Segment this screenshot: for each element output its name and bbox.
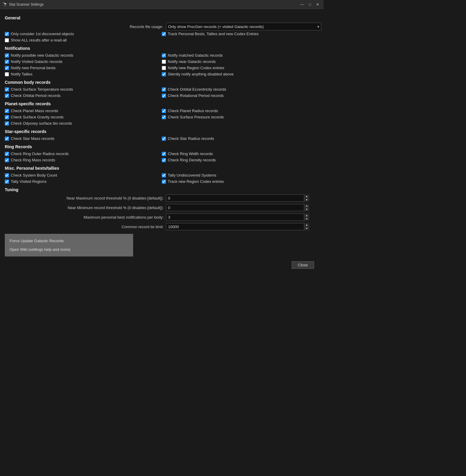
- track-region-codex-row: Track new Region Codex entries: [162, 179, 319, 184]
- show-all-results-checkbox[interactable]: [5, 38, 9, 42]
- minimize-button[interactable]: —: [299, 1, 306, 7]
- notify-galactic-label: Notify possible new Galactic records: [11, 53, 73, 58]
- check-orbital-eccentricity-checkbox[interactable]: [162, 87, 166, 92]
- check-orbital-period-label: Check Orbital Period records: [11, 93, 61, 98]
- check-odyssey-bio-checkbox[interactable]: [5, 121, 9, 126]
- near-min-threshold-row: Near Minimum record threshold % (0 disab…: [5, 204, 319, 211]
- window-controls: — □ ✕: [299, 1, 321, 7]
- notify-tallies-checkbox[interactable]: [5, 72, 9, 76]
- check-star-mass-label: Check Star Mass records: [11, 136, 54, 141]
- track-personal-bests-label: Track Personal Bests, Tallies and new Co…: [168, 32, 259, 36]
- check-ring-mass-checkbox[interactable]: [5, 158, 9, 162]
- check-rotational-period-checkbox[interactable]: [162, 94, 166, 98]
- section-general: General: [5, 16, 319, 20]
- track-region-codex-label: Track new Region Codex entries: [168, 179, 224, 184]
- section-misc: Misc. Personal bests/tallies: [5, 166, 319, 171]
- tally-undiscovered-systems-row: Tally Undiscovered Systems: [162, 173, 319, 177]
- max-personal-best-down-button[interactable]: ▼: [304, 217, 309, 221]
- maximize-button[interactable]: □: [306, 1, 313, 7]
- check-orbital-period-checkbox[interactable]: [5, 94, 9, 98]
- check-star-radius-checkbox[interactable]: [162, 137, 166, 141]
- check-star-radius-row: Check Star Radius records: [162, 136, 319, 141]
- section-planet-specific: Planet-specific records: [5, 101, 319, 106]
- tie-limit-input[interactable]: [166, 223, 309, 230]
- tie-limit-spinner-wrapper: ▲ ▼: [166, 223, 309, 230]
- notify-region-codex-checkbox[interactable]: [162, 66, 166, 70]
- tally-undiscovered-systems-checkbox[interactable]: [162, 173, 166, 177]
- max-personal-best-spinner-wrapper: ▲ ▼: [166, 214, 309, 221]
- check-surface-pressure-checkbox[interactable]: [162, 115, 166, 119]
- near-min-threshold-label: Near Minimum record threshold % (0 disab…: [5, 205, 166, 210]
- tie-limit-down-button[interactable]: ▼: [304, 227, 309, 230]
- open-wiki-button[interactable]: Open Wiki (settings help and more): [10, 246, 128, 253]
- records-file-usage-row: Records file usage: Only show ProcGen re…: [5, 23, 319, 30]
- records-dropdown-wrapper: Only show ProcGen records (+ visited Gal…: [166, 23, 321, 30]
- tally-undiscovered-systems-label: Tally Undiscovered Systems: [168, 173, 216, 177]
- track-personal-bests-row: Track Personal Bests, Tallies and new Co…: [162, 32, 319, 36]
- notify-near-galactic-checkbox[interactable]: [162, 60, 166, 64]
- check-surface-temp-row: Check Surface Temperature records: [5, 87, 162, 92]
- near-min-threshold-input[interactable]: [166, 204, 309, 211]
- notify-personal-bests-label: Notify new Personal bests: [11, 66, 56, 70]
- notify-visited-galactic-checkbox[interactable]: [5, 60, 9, 64]
- notify-personal-bests-checkbox[interactable]: [5, 66, 9, 70]
- records-file-usage-dropdown[interactable]: Only show ProcGen records (+ visited Gal…: [166, 23, 321, 30]
- tie-limit-up-button[interactable]: ▲: [304, 223, 309, 227]
- check-ring-outer-radius-checkbox[interactable]: [5, 152, 9, 156]
- check-planet-mass-label: Check Planet Mass records: [11, 109, 58, 113]
- near-min-up-button[interactable]: ▲: [304, 204, 309, 208]
- track-personal-bests-checkbox[interactable]: [162, 32, 166, 36]
- tally-visited-regions-checkbox[interactable]: [5, 180, 9, 184]
- near-max-spinner-buttons: ▲ ▼: [304, 194, 309, 202]
- section-ring-records: Ring Records: [5, 144, 319, 149]
- force-update-button[interactable]: Force Update Galactic Records: [10, 237, 128, 244]
- app-icon: 🔭: [2, 2, 7, 7]
- close-button[interactable]: Close: [292, 261, 314, 269]
- only-1st-discovered-checkbox[interactable]: [5, 32, 9, 36]
- ring-checkboxes: Check Ring Outer Radius records Check Ri…: [5, 152, 319, 162]
- notify-matched-galactic-checkbox[interactable]: [162, 53, 166, 58]
- check-star-mass-checkbox[interactable]: [5, 137, 9, 141]
- planet-right-col: Check Planet Radius records Check Surfac…: [162, 109, 319, 119]
- max-personal-best-input[interactable]: [166, 214, 309, 221]
- notify-near-galactic-label: Notify near Galactic records: [168, 59, 216, 64]
- section-star-specific: Star-specific records: [5, 129, 319, 134]
- only-1st-discovered-row: Only consider 1st discovered objects: [5, 32, 162, 36]
- check-planet-mass-checkbox[interactable]: [5, 109, 9, 113]
- near-min-down-button[interactable]: ▼: [304, 208, 309, 211]
- max-personal-best-row: Maximum personal best notifications per …: [5, 214, 319, 221]
- misc-left-col: Check System Body Count Tally Visited Re…: [5, 173, 162, 184]
- window-title: Stat Scanner Settings: [9, 2, 299, 7]
- notifications-right-col: Notify matched Galactic records Notify n…: [162, 53, 319, 76]
- section-tuning: Tuning: [5, 187, 319, 192]
- near-max-up-button[interactable]: ▲: [304, 194, 309, 198]
- check-rotational-period-label: Check Rotational Period records: [168, 93, 224, 98]
- check-ring-width-checkbox[interactable]: [162, 152, 166, 156]
- check-surface-gravity-checkbox[interactable]: [5, 115, 9, 119]
- check-system-body-count-checkbox[interactable]: [5, 173, 9, 177]
- check-surface-temp-checkbox[interactable]: [5, 87, 9, 92]
- max-personal-best-spinner-buttons: ▲ ▼: [304, 214, 309, 221]
- close-window-button[interactable]: ✕: [314, 1, 321, 7]
- check-planet-radius-checkbox[interactable]: [162, 109, 166, 113]
- track-region-codex-checkbox[interactable]: [162, 180, 166, 184]
- notify-galactic-checkbox[interactable]: [5, 53, 9, 58]
- near-max-threshold-input[interactable]: [166, 194, 309, 202]
- star-left-col: Check Star Mass records: [5, 136, 162, 141]
- check-odyssey-bio-label: Check Odyssey surface bio records: [11, 121, 72, 126]
- tie-limit-label: Common record tie limit:: [5, 225, 166, 229]
- check-surface-gravity-label: Check Surface Gravity records: [11, 115, 64, 119]
- tie-limit-spinner-buttons: ▲ ▼: [304, 223, 309, 230]
- check-orbital-period-row: Check Orbital Period records: [5, 93, 162, 98]
- silently-notify-checkbox[interactable]: [162, 72, 166, 76]
- check-surface-pressure-label: Check Surface Pressure records: [168, 115, 224, 119]
- near-max-down-button[interactable]: ▼: [304, 198, 309, 202]
- tally-visited-regions-row: Tally Visited Regions: [5, 179, 162, 184]
- check-surface-pressure-row: Check Surface Pressure records: [162, 115, 319, 119]
- check-ring-density-row: Check Ring Density records: [162, 158, 319, 162]
- near-min-spinner-wrapper: ▲ ▼: [166, 204, 309, 211]
- planet-left-col: Check Planet Mass records Check Surface …: [5, 109, 162, 126]
- title-bar: 🔭 Stat Scanner Settings — □ ✕: [0, 0, 324, 9]
- max-personal-best-up-button[interactable]: ▲: [304, 214, 309, 217]
- check-ring-density-checkbox[interactable]: [162, 158, 166, 162]
